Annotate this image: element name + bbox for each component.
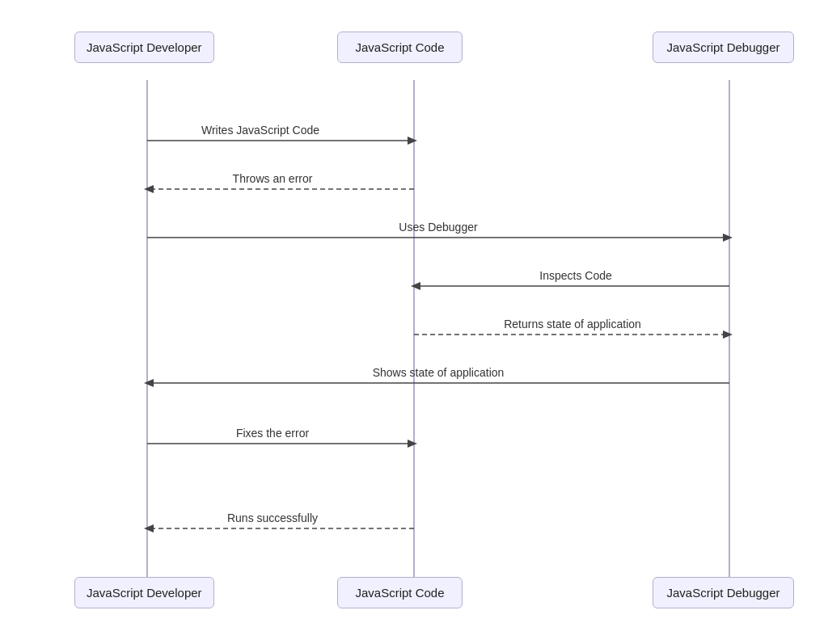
msg3-label: Uses Debugger [399,221,478,234]
svg-marker-12 [723,330,733,339]
msg2-label: Throws an error [233,172,313,185]
actor-developer-top: JavaScript Developer [74,32,214,63]
msg6-label: Shows state of application [373,366,505,379]
sequence-diagram: Writes JavaScript Code Throws an error U… [26,15,802,629]
diagram-svg: Writes JavaScript Code Throws an error U… [26,15,802,629]
svg-marker-18 [144,524,154,532]
msg5-label: Returns state of application [504,318,641,330]
svg-marker-8 [723,234,733,242]
actor-code-bottom: JavaScript Code [337,577,463,608]
actor-debugger-bottom: JavaScript Debugger [653,577,794,608]
svg-marker-14 [144,379,154,387]
actor-code-top: JavaScript Code [337,32,463,63]
svg-marker-6 [144,185,154,193]
actor-debugger-top: JavaScript Debugger [653,32,794,63]
svg-marker-10 [411,282,420,290]
msg1-label: Writes JavaScript Code [201,124,319,137]
msg4-label: Inspects Code [539,269,612,282]
msg7-label: Fixes the error [236,427,310,440]
svg-marker-4 [408,137,417,145]
svg-marker-16 [408,440,417,448]
actor-developer-bottom: JavaScript Developer [74,577,214,608]
msg8-label: Runs successfully [227,511,318,524]
